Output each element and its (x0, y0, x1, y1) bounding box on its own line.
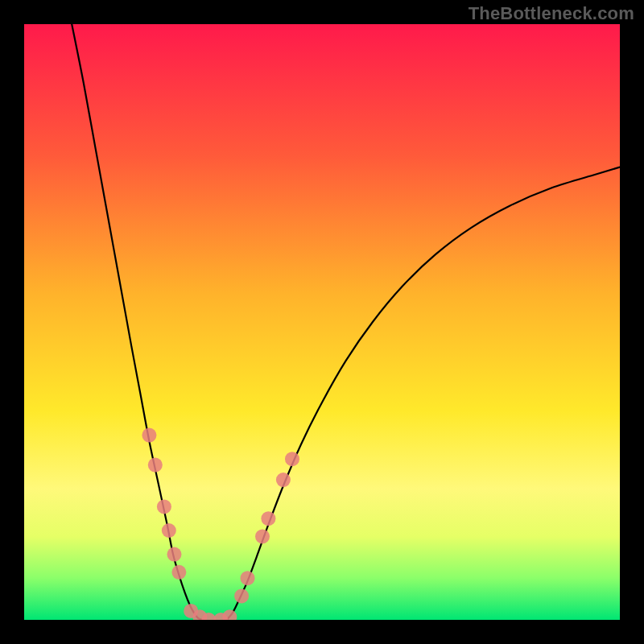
gradient-background (24, 24, 620, 620)
scatter-dot (142, 428, 156, 443)
scatter-dot (157, 499, 171, 514)
scatter-dot (162, 523, 176, 538)
scatter-dot (241, 571, 255, 585)
plot-area (24, 24, 620, 620)
watermark-text: TheBottleneck.com (469, 3, 634, 24)
chart-frame: TheBottleneck.com (0, 0, 644, 644)
chart-svg (24, 24, 620, 620)
scatter-dot (255, 529, 270, 543)
scatter-dot (167, 547, 181, 562)
scatter-dot (148, 458, 163, 473)
scatter-dot (276, 473, 291, 487)
scatter-dot (234, 588, 249, 603)
scatter-dot (171, 565, 186, 580)
scatter-dot (285, 452, 299, 466)
scatter-dot (261, 511, 275, 526)
